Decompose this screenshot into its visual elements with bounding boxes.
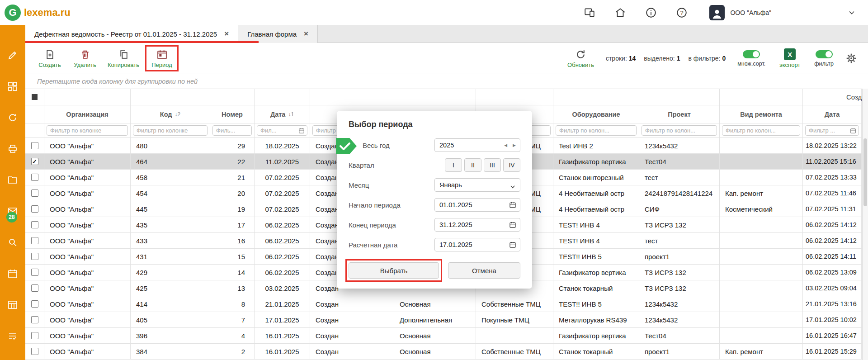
column-header-date[interactable]: Дата↓1 — [255, 105, 310, 123]
filter-project-input[interactable] — [642, 125, 717, 136]
cancel-button[interactable]: Отмена — [448, 262, 520, 279]
row-checkbox[interactable] — [31, 189, 38, 197]
row-checkbox[interactable] — [31, 253, 38, 260]
cell-num: 14 — [210, 265, 255, 280]
column-header-num[interactable]: Номер — [210, 105, 255, 123]
filter-cell-num — [210, 123, 255, 137]
group-header-cell-date — [255, 89, 310, 105]
cell-code: 396 — [131, 328, 210, 343]
group-header-cell-status — [310, 89, 394, 105]
sidebar-item-print[interactable] — [7, 143, 18, 154]
quarter-2-button[interactable]: II — [464, 158, 481, 172]
column-header-label: Дата — [270, 111, 286, 118]
copy-button[interactable]: Копировать — [108, 49, 139, 68]
sidebar-item-edit[interactable] — [7, 50, 18, 61]
cell-date: 11.02.2025 — [255, 154, 310, 169]
filter-cell-project — [639, 123, 720, 137]
tab-bar: Дефектная ведомость - Реестр от 01.01.20… — [25, 25, 868, 43]
column-header-equip[interactable]: Оборудование — [553, 105, 639, 123]
table-row[interactable]: ООО "Альфа"384216.01.2025СозданОсновнаяС… — [25, 344, 868, 360]
column-header-repair[interactable]: Вид ремонта — [720, 105, 803, 123]
row-checkbox[interactable] — [31, 221, 38, 228]
filter-cell-code — [131, 123, 210, 137]
row-checkbox[interactable] — [31, 316, 38, 323]
user-avatar[interactable] — [709, 5, 725, 20]
vertical-scrollbar[interactable] — [862, 89, 868, 360]
scrollbar-thumb[interactable] — [863, 138, 867, 206]
column-header-org[interactable]: Организация — [44, 105, 131, 123]
table-icon — [7, 299, 18, 310]
row-checkbox[interactable] — [31, 348, 38, 355]
select-all-checkbox[interactable] — [32, 94, 38, 100]
filter-num-input[interactable] — [212, 125, 252, 136]
search-icon — [7, 237, 18, 248]
column-header-code[interactable]: Код↓2 — [131, 105, 210, 123]
row-checkbox[interactable] — [31, 142, 38, 149]
filter-cdate-input[interactable] — [805, 125, 859, 136]
quarter-3-button[interactable]: III — [484, 158, 501, 172]
calc-date-input[interactable] — [434, 238, 520, 251]
row-checkbox[interactable] — [31, 269, 38, 276]
period-start-input[interactable] — [434, 198, 520, 212]
group-by-bar[interactable]: Перетащите сюда колонку для группировки … — [25, 74, 868, 89]
table-row[interactable]: ООО "Альфа"405717.01.2025СозданДополните… — [25, 312, 868, 328]
account-name[interactable]: ООО "Альфа" — [730, 9, 771, 16]
filter-equip-input[interactable] — [556, 125, 637, 136]
quarter-1-button[interactable]: I — [445, 158, 462, 172]
close-icon[interactable]: × — [224, 29, 229, 38]
refresh-button[interactable]: Обновить — [567, 49, 594, 68]
table-row[interactable]: ООО "Альфа"414821.01.2025СозданОсновнаяС… — [25, 296, 868, 312]
column-header-cdate[interactable]: Дата — [803, 105, 862, 123]
close-icon[interactable]: × — [304, 29, 308, 38]
chevron-down-icon[interactable] — [847, 8, 856, 17]
filter-date-input[interactable] — [257, 125, 307, 136]
row-checkbox[interactable] — [31, 237, 38, 244]
export-button[interactable]: X экспорт — [777, 48, 802, 68]
period-button-label: Период — [151, 62, 172, 68]
filter-org-input[interactable] — [47, 125, 128, 136]
row-checkbox[interactable] — [31, 332, 38, 339]
cell-status: Создан — [310, 344, 394, 359]
month-select[interactable]: Январь — [434, 178, 520, 192]
row-checkbox[interactable] — [31, 205, 38, 213]
lexema-logo[interactable]: G lexema.ru — [0, 5, 71, 21]
sidebar-item-sync[interactable] — [7, 112, 18, 123]
home-icon[interactable] — [614, 7, 626, 19]
period-end-input[interactable] — [434, 218, 520, 232]
create-button[interactable]: Создать — [37, 49, 62, 68]
column-header-label: Номер — [222, 111, 243, 118]
cell-num: 17 — [210, 217, 255, 232]
tab-main-form[interactable]: Главная форма × — [238, 25, 318, 43]
row-checkbox[interactable]: ✓ — [31, 158, 38, 165]
period-button[interactable]: Период — [149, 49, 175, 68]
year-label: Весь год — [363, 142, 390, 149]
row-checkbox[interactable] — [31, 284, 38, 292]
sidebar-item-tasks[interactable] — [7, 331, 18, 341]
cell-code: 384 — [131, 344, 210, 359]
tab-defect-register[interactable]: Дефектная ведомость - Реестр от 01.01.20… — [25, 25, 238, 43]
row-checkbox[interactable] — [31, 174, 38, 181]
sidebar-item-files[interactable] — [7, 175, 18, 185]
sidebar-item-tables[interactable] — [7, 299, 18, 310]
filter-repair-input[interactable] — [722, 125, 800, 136]
filter-code-input[interactable] — [133, 125, 208, 136]
filter-toggle[interactable] — [816, 50, 833, 58]
help-icon[interactable]: ? — [676, 7, 688, 19]
sidebar-item-calendar[interactable] — [7, 268, 18, 279]
year-next-icon[interactable]: ► — [512, 142, 517, 148]
delete-button[interactable]: Удалить — [72, 49, 98, 68]
info-icon[interactable] — [645, 7, 657, 19]
select-button[interactable]: Выбрать — [349, 262, 439, 279]
sidebar-item-modules[interactable] — [7, 81, 18, 92]
multisort-toggle[interactable] — [743, 50, 760, 58]
table-row[interactable]: ООО "Альфа"396416.01.2025СозданОсновнаяГ… — [25, 328, 868, 344]
gear-icon[interactable] — [845, 52, 857, 64]
toolbar-left: Создать Удалить Копировать Период — [25, 49, 175, 68]
quarter-4-button[interactable]: IV — [503, 158, 520, 172]
devices-icon[interactable] — [584, 7, 595, 19]
group-header-cell-vid — [394, 89, 476, 105]
sidebar-item-search[interactable] — [7, 237, 18, 248]
year-prev-icon[interactable]: ◄ — [503, 142, 508, 148]
row-checkbox[interactable] — [31, 300, 38, 308]
column-header-project[interactable]: Проект — [639, 105, 720, 123]
